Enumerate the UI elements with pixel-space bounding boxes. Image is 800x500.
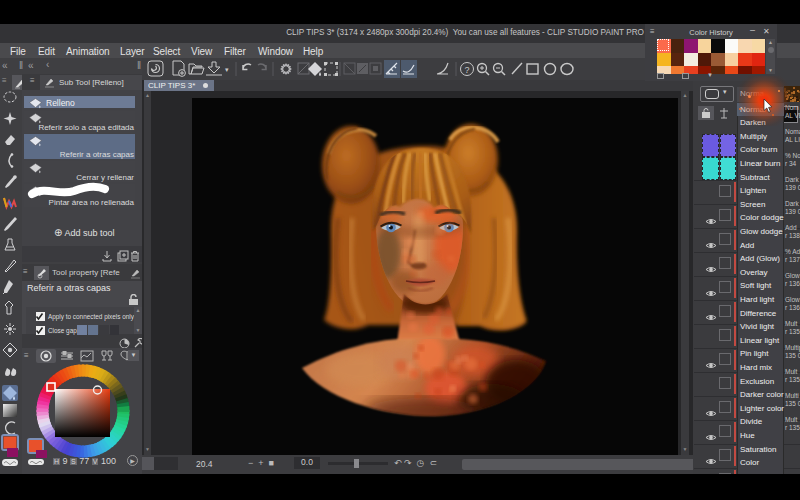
svg-text:?: ? [465, 65, 470, 75]
svg-text:▾: ▾ [225, 66, 229, 73]
svg-text:≡: ≡ [2, 76, 7, 85]
